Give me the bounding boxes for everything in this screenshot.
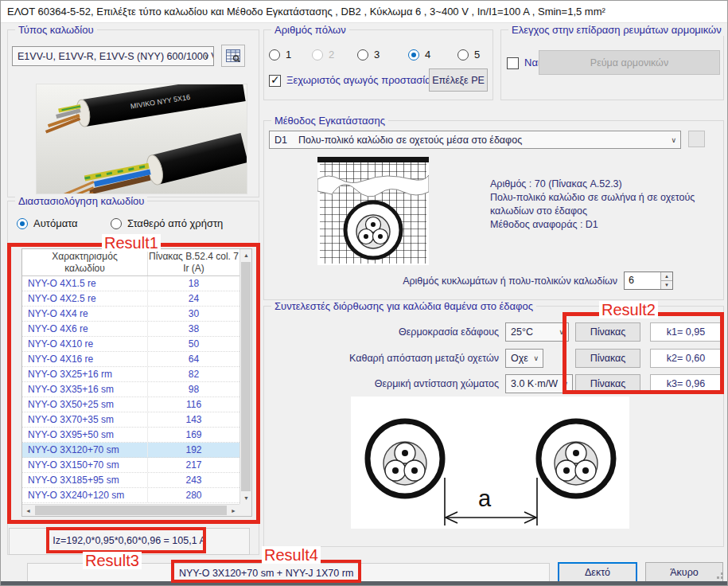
poles-group-title: Αριθμός πόλων	[271, 24, 349, 36]
method-combobox[interactable]: D1 Πολυ-πολικό καλώδιο σε οχετούς μέσα σ…	[269, 131, 681, 149]
duct-distance-value: Οχε	[511, 353, 528, 364]
soil-resistivity-label: Θερμική αντίσταση χώματος	[303, 378, 499, 389]
spin-down-icon[interactable]: ▼	[661, 281, 672, 289]
radio-icon	[457, 49, 469, 61]
soil-temperature-label: Θερμοκρασία εδάφους	[303, 326, 499, 338]
cable-table-lookup-button[interactable]	[221, 45, 245, 67]
chevron-down-icon: ∨	[533, 354, 539, 362]
radio-checked-icon	[17, 218, 28, 229]
method-pictogram	[317, 157, 429, 265]
poles-radio-5-label: 5	[474, 49, 480, 61]
title-bar: ΕΛΟΤ 60364-5-52, Επιλέξτε τύπο καλωδίου …	[1, 1, 727, 23]
method-code: D1	[274, 135, 287, 146]
cable-type-value: E1VV-U, E1VV-R, E1VV-S (NYY) 600/1000 V	[18, 51, 214, 62]
circuits-count-value: 6	[629, 275, 634, 286]
method-description: Πολυ-πολικό καλώδιο σε οχετούς μέσα στο …	[298, 135, 522, 146]
resize-grip[interactable]	[721, 576, 723, 579]
soil-resistivity-value: 3.0 K·m/W	[511, 378, 558, 389]
circuits-count-label: Αριθμός κυκλωμάτων ή πολυ-πολικών καλωδί…	[335, 275, 617, 287]
method-extra-button[interactable]	[688, 131, 705, 147]
cable-type-group-title: Τύπος καλωδίου	[15, 24, 97, 36]
dialog-window: ΕΛΟΤ 60364-5-52, Επιλέξτε τύπο καλωδίου …	[0, 0, 728, 586]
soil-temperature-combobox[interactable]: 25°C ∨	[505, 322, 569, 342]
duct-spacing-diagram: a	[351, 397, 629, 529]
poles-radio-5[interactable]: 5	[457, 49, 480, 61]
cable-type-combobox[interactable]: E1VV-U, E1VV-R, E1VV-S (NYY) 600/1000 V …	[12, 46, 214, 66]
method-info-line1: Αριθμός : 70 (Πίνακας A.52.3)	[490, 178, 722, 191]
radio-checked-icon	[408, 49, 419, 61]
result2-annotation-box	[563, 312, 724, 394]
corrections-group-title: Συντελεστές διόρθωσης για καλώδια θαμένα…	[271, 300, 536, 312]
radio-icon	[357, 49, 368, 61]
cancel-button[interactable]: Άκυρο	[645, 562, 723, 583]
result1-annotation-box	[7, 243, 260, 524]
cable-photo: MIVIKO NYY 5X16	[36, 84, 247, 194]
table-lookup-icon	[226, 49, 240, 62]
dimension-label: a	[478, 486, 491, 512]
method-info-text: Αριθμός : 70 (Πίνακας A.52.3) Πολυ-πολικ…	[490, 178, 722, 232]
duct-distance-label: Καθαρή απόσταση μεταξύ οχετών	[303, 353, 499, 364]
result3-annotation-label: Result3	[83, 552, 142, 569]
poles-radio-1-label: 1	[286, 49, 291, 61]
accept-button[interactable]: Δεκτό	[558, 562, 637, 583]
sizing-group-title: Διαστασιολόγηση καλωδίου	[15, 195, 147, 207]
harmonics-yes-label: Ναι	[524, 57, 540, 68]
harmonics-group-title: Ελεγχος στην επίδραση ρευμάτων αρμομικών	[508, 24, 725, 36]
harmonic-current-button: Ρεύμα αρμονικών	[539, 50, 720, 75]
result3-annotation-box	[46, 527, 206, 553]
chevron-down-icon: ∨	[671, 135, 676, 143]
method-info-line4: Μέθοδος αναφοράς : D1	[490, 218, 722, 232]
poles-radio-4[interactable]: 4	[408, 49, 430, 61]
sizing-fixed-radio[interactable]: Σταθερό από χρήστη	[111, 217, 223, 229]
select-pe-button[interactable]: Επέλεξε PE	[429, 68, 488, 92]
poles-radio-3-label: 3	[374, 49, 380, 61]
method-info-line2: Πολυ-πολικό καλώδιο σε σωλήνα ή σε οχετο…	[490, 191, 722, 205]
separate-pe-label: Ξεχωριστός αγωγός προστασίας	[286, 74, 436, 86]
result4-annotation-label: Result4	[262, 546, 321, 564]
sizing-auto-radio[interactable]: Αυτόματα	[17, 217, 78, 229]
result2-annotation-label: Result2	[599, 301, 658, 318]
duct-distance-combobox[interactable]: Οχε ∨	[505, 349, 543, 368]
poles-radio-1[interactable]: 1	[269, 49, 291, 61]
separate-pe-checkbox[interactable]: Ξεχωριστός αγωγός προστασίας	[269, 74, 436, 87]
poles-radio-2: 2	[312, 49, 334, 61]
poles-radio-3[interactable]: 3	[357, 49, 380, 61]
radio-icon	[269, 49, 280, 61]
dialog-title: ΕΛΟΤ 60364-5-52, Επιλέξτε τύπο καλωδίου …	[7, 6, 605, 18]
spin-up-icon[interactable]: ▲	[661, 272, 672, 281]
method-group-title: Μέθοδος Εγκατάστασης	[271, 115, 388, 127]
circuits-count-spinner[interactable]: 6 ▲ ▼	[624, 272, 673, 290]
soil-temperature-value: 25°C	[511, 326, 533, 338]
harmonics-yes-checkbox[interactable]: Ναι	[507, 57, 540, 69]
checkbox-icon	[507, 57, 519, 69]
window-bottom-edge	[1, 581, 727, 585]
radio-icon	[312, 49, 323, 61]
poles-radio-4-label: 4	[425, 49, 430, 61]
method-info-line3: καλωδίων στο έδαφος	[490, 205, 722, 218]
sizing-fixed-label: Σταθερό από χρήστη	[127, 217, 223, 229]
radio-icon	[111, 218, 122, 229]
checkbox-checked-icon	[269, 75, 281, 87]
chevron-down-icon: ∨	[204, 52, 209, 60]
result1-annotation-label: Result1	[102, 234, 161, 252]
sizing-auto-label: Αυτόματα	[33, 217, 78, 229]
poles-radio-2-label: 2	[329, 49, 334, 61]
